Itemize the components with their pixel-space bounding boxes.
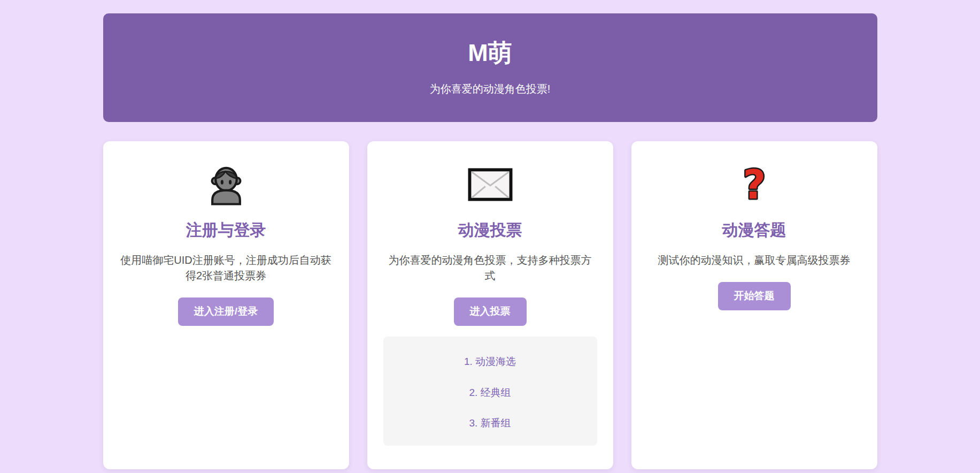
- card-anime-voting: 动漫投票 为你喜爱的动漫角色投票，支持多种投票方式 进入投票 1. 动漫海选 2…: [367, 141, 613, 469]
- card-title: 动漫投票: [383, 220, 597, 240]
- site-title: M萌: [468, 40, 512, 66]
- card-description: 为你喜爱的动漫角色投票，支持多种投票方式: [384, 253, 596, 284]
- site-subtitle: 为你喜爱的动漫角色投票!: [430, 82, 551, 96]
- page-container: M萌 为你喜爱的动漫角色投票! 注册与登录 使用喵御宅UID注册账号，注册成功后…: [103, 13, 877, 469]
- card-description: 测试你的动漫知识，赢取专属高级投票券: [649, 253, 860, 268]
- card-title: 注册与登录: [119, 220, 333, 240]
- svg-text:?: ?: [743, 163, 766, 206]
- hero-banner: M萌 为你喜爱的动漫角色投票!: [103, 13, 877, 122]
- card-title: 动漫答题: [647, 220, 861, 240]
- card-anime-quiz: ? 动漫答题 测试你的动漫知识，赢取专属高级投票券 开始答题: [631, 141, 877, 469]
- voting-group-link-classic[interactable]: 2. 经典组: [383, 387, 597, 399]
- card-description: 使用喵御宅UID注册账号，注册成功后自动获得2张普通投票券: [120, 253, 332, 284]
- voting-groups-box: 1. 动漫海选 2. 经典组 3. 新番组: [383, 337, 597, 446]
- voting-group-link-new-season[interactable]: 3. 新番组: [383, 417, 597, 430]
- enter-register-login-button[interactable]: 进入注册/登录: [178, 297, 274, 326]
- start-quiz-button[interactable]: 开始答题: [718, 282, 791, 310]
- question-mark-icon: ?: [738, 163, 771, 205]
- card-register-login: 注册与登录 使用喵御宅UID注册账号，注册成功后自动获得2张普通投票券 进入注册…: [103, 141, 349, 469]
- person-icon: [206, 163, 246, 205]
- envelope-icon: [468, 163, 513, 205]
- voting-group-link-auditions[interactable]: 1. 动漫海选: [383, 356, 597, 368]
- enter-voting-button[interactable]: 进入投票: [454, 297, 527, 326]
- feature-cards: 注册与登录 使用喵御宅UID注册账号，注册成功后自动获得2张普通投票券 进入注册…: [103, 141, 877, 469]
